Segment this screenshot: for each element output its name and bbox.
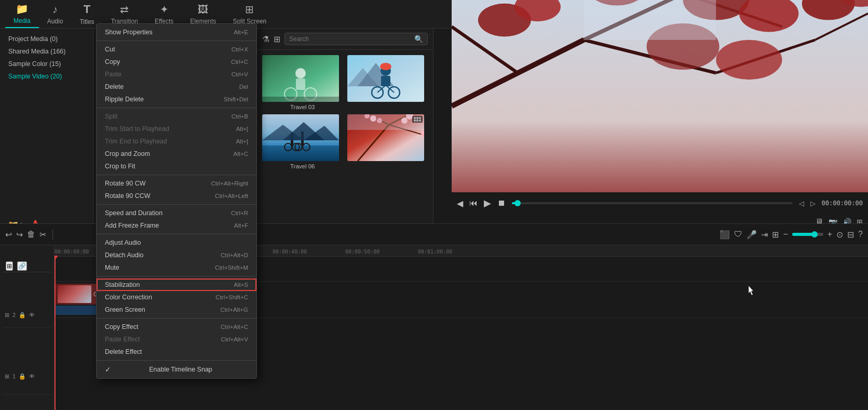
sidebar-item-shared-media[interactable]: Shared Media (166)	[0, 45, 93, 58]
grid-view-button[interactable]: ⊞	[274, 34, 280, 44]
svg-point-1	[295, 68, 306, 78]
detach-audio-button[interactable]: ⇥	[761, 230, 768, 240]
search-icon[interactable]: 🔍	[414, 35, 423, 43]
media-item-cyclist[interactable]	[347, 55, 428, 110]
next-frame-icon: ▷	[810, 200, 816, 207]
shortcut-rotate-ccw: Ctrl+Alt+Left	[215, 193, 248, 199]
menu-label-crop-fit: Crop to Fit	[105, 163, 135, 170]
menu-item-adjust-audio[interactable]: Adjust Audio	[97, 236, 256, 249]
toolbar-separator-1	[52, 229, 53, 240]
menu-item-copy-effect[interactable]: Copy Effect Ctrl+Alt+C	[97, 321, 256, 333]
menu-label-copy-effect: Copy Effect	[105, 323, 138, 330]
split-view-button[interactable]: ⊟	[847, 230, 854, 240]
filter-button[interactable]: ⚗	[262, 34, 269, 44]
step-back-button[interactable]: ⏮	[469, 199, 478, 208]
help-button[interactable]: ?	[858, 230, 863, 239]
menu-label-stabilization: Stabilization	[105, 281, 140, 288]
plus-button[interactable]: +	[828, 230, 832, 239]
shortcut-freeze-frame: Alt+F	[234, 222, 248, 229]
redo-button[interactable]: ↪	[16, 230, 23, 240]
grid-icon	[412, 116, 423, 123]
ruler-mark-50: 00:00:50:00	[345, 249, 379, 255]
svg-rect-18	[262, 146, 339, 161]
menu-item-mute[interactable]: Mute Ctrl+Shift+M	[97, 261, 256, 274]
preview-controls: ◀ ⏮ ▶ ⏹ ◁ ▷ 00:00:00:00	[452, 192, 868, 214]
menu-label-trim-end: Trim End to Playhead	[105, 138, 167, 145]
sidebar-item-sample-color[interactable]: Sample Color (15)	[0, 58, 93, 70]
menu-item-copy[interactable]: Copy Ctrl+C	[97, 56, 256, 68]
timeline-header-actions: ⊞ 🔗	[3, 261, 51, 272]
titles-icon: T	[84, 3, 90, 16]
track1-lock-button[interactable]: 🔒	[19, 373, 26, 380]
progress-bar[interactable]	[512, 202, 793, 204]
time-display: 00:00:00:00	[822, 200, 863, 207]
media-grid: Travel 03	[257, 50, 433, 175]
menu-divider-4	[97, 204, 256, 205]
transition-icon: ⇄	[120, 3, 129, 16]
menu-label-enable-snap: Enable Timeline Snap	[149, 366, 212, 373]
menu-label-adjust-audio: Adjust Audio	[105, 239, 141, 246]
delete-clip-button[interactable]: 🗑	[27, 230, 35, 239]
svg-rect-2	[296, 78, 305, 90]
menu-item-rotate-ccw[interactable]: Rotate 90 CCW Ctrl+Alt+Left	[97, 190, 256, 202]
zoom-handle[interactable]	[811, 231, 818, 237]
menu-item-enable-snap[interactable]: ✓ Enable Timeline Snap	[97, 363, 256, 376]
add-track-button[interactable]: ⊞	[6, 261, 13, 271]
play-button[interactable]: ▶	[484, 197, 491, 209]
crop-button[interactable]: ⊞	[772, 230, 779, 240]
rewind-button[interactable]: ◀	[457, 199, 463, 208]
tab-media[interactable]: 📁 Media	[5, 0, 39, 28]
render-button[interactable]: ⬛	[720, 230, 730, 240]
tab-titles-label: Titles	[79, 18, 94, 25]
media-item-cherry[interactable]	[347, 114, 428, 169]
menu-item-color-correction[interactable]: Color Correction Ctrl+Shift+C	[97, 291, 256, 303]
menu-item-speed-duration[interactable]: Speed and Duration Ctrl+R	[97, 207, 256, 219]
media-item-travel06[interactable]: Travel 06	[262, 114, 343, 169]
voice-over-button[interactable]: 🎤	[747, 230, 757, 240]
sidebar-item-project-media[interactable]: Project Media (0)	[0, 33, 93, 45]
track2-lock-button[interactable]: 🔒	[19, 312, 26, 319]
menu-item-freeze-frame[interactable]: Add Freeze Frame Alt+F	[97, 219, 256, 232]
zoom-slider[interactable]	[792, 233, 823, 236]
checkmark-icon: ✓	[105, 365, 111, 374]
menu-item-green-screen[interactable]: Green Screen Ctrl+Alt+G	[97, 303, 256, 316]
audio-icon: ♪	[52, 4, 58, 16]
shortcut-paste: Ctrl+V	[232, 71, 248, 77]
search-input[interactable]	[289, 35, 411, 43]
link-button[interactable]: 🔗	[17, 261, 27, 271]
menu-item-crop-fit[interactable]: Crop to Fit	[97, 160, 256, 173]
shortcut-detach-audio: Ctrl+Alt+D	[221, 252, 248, 258]
media-item-travel03[interactable]: Travel 03	[262, 55, 343, 110]
stop-button[interactable]: ⏹	[497, 199, 506, 208]
sidebar-item-sample-video[interactable]: Sample Video (20)	[0, 70, 93, 83]
tab-audio[interactable]: ♪ Audio	[39, 1, 72, 28]
menu-item-crop-zoom[interactable]: Crop and Zoom Alt+C	[97, 148, 256, 160]
menu-label-rotate-cw: Rotate 90 CW	[105, 180, 146, 187]
menu-item-show-properties[interactable]: Show Properties Alt+E	[97, 26, 256, 38]
menu-divider-3	[97, 175, 256, 175]
playhead[interactable]	[55, 257, 56, 410]
menu-item-detach-audio[interactable]: Detach Audio Ctrl+Alt+D	[97, 249, 256, 261]
menu-label-split: Split	[105, 113, 117, 120]
media-panel: ⚗ ⊞ 🔍	[257, 29, 433, 231]
menu-label-delete: Delete	[105, 83, 124, 90]
audio-track-button[interactable]: 🛡	[734, 230, 742, 239]
menu-label-delete-effect: Delete Effect	[105, 348, 142, 355]
track2-eye-button[interactable]: 👁	[29, 312, 35, 318]
menu-label-green-screen: Green Screen	[105, 306, 145, 313]
menu-item-rotate-cw[interactable]: Rotate 90 CW Ctrl+Alt+Right	[97, 177, 256, 190]
undo-button[interactable]: ↩	[5, 230, 12, 240]
menu-item-ripple-delete[interactable]: Ripple Delete Shift+Del	[97, 93, 256, 105]
menu-item-cut[interactable]: Cut Ctrl+X	[97, 43, 256, 56]
ruler-mark-100: 00:01:00:00	[418, 249, 452, 255]
fit-button[interactable]: ⊙	[836, 230, 843, 240]
menu-item-delete-effect[interactable]: Delete Effect	[97, 346, 256, 358]
track1-eye-button[interactable]: 👁	[29, 373, 35, 379]
shortcut-delete: Del	[239, 84, 248, 90]
svg-rect-5	[262, 97, 339, 102]
menu-item-delete[interactable]: Delete Del	[97, 81, 256, 93]
media-label-travel03: Travel 03	[262, 104, 343, 110]
split-clip-button[interactable]: ✂	[39, 230, 46, 240]
minus-button[interactable]: −	[783, 230, 788, 239]
menu-item-stabilization[interactable]: Stabilization Alt+S	[97, 279, 256, 291]
